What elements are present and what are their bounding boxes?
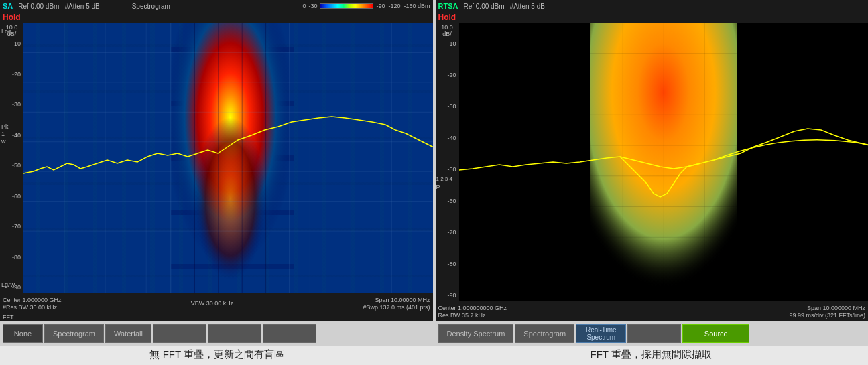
y-label-2: -20 [1, 71, 22, 78]
left-panel-footer: Center 1.000000 GHz #Res BW 30.00 kHz VB… [0, 293, 433, 313]
left-panel: SA Ref 0.00 dBm #Atten 5 dB Spectrogram … [0, 0, 433, 321]
right-hold-label: Hold [438, 13, 456, 22]
marker-w: w [1, 138, 9, 145]
btn-source[interactable]: Source [682, 324, 749, 343]
y-label-7: -70 [1, 223, 22, 230]
right-y-1: -10 [437, 40, 458, 47]
color-min: 0 [302, 3, 306, 9]
right-y-4: -40 [437, 135, 458, 141]
rtsa-heat-svg [590, 23, 737, 301]
color-bar [320, 3, 373, 9]
y-label-6: -60 [1, 193, 22, 200]
right-y-axis: 10.0 dB/ -10 -20 -30 -40 -50 -60 -70 -80… [436, 23, 459, 301]
y-label-5: -50 [1, 162, 22, 169]
right-y-5: -50 [437, 166, 458, 173]
right-atten: #Atten 5 dB [510, 3, 545, 10]
btn-spectrogram-left[interactable]: Spectrogram [44, 324, 104, 343]
btn-real-time-spectrum[interactable]: Real-Time Spectrum [576, 324, 626, 343]
left-chart-area [23, 23, 433, 293]
left-res-bw: #Res BW 30.00 kHz [3, 304, 62, 311]
marker-1: 1 [1, 131, 9, 137]
left-y-axis-labels: -10 -20 -30 -40 -50 -60 -70 -80 -90 [1, 39, 22, 292]
right-panel-footer: Center 1.000000000 GHz Res BW 35.7 kHz S… [436, 301, 869, 321]
right-ms-div: 99.99 ms/div (321 FFTs/line) [789, 312, 865, 319]
btn-spectrogram-right[interactable]: Spectrogram [515, 324, 574, 343]
color-scale-label: 0 -30 -90 -120 -150 dBm [297, 3, 430, 9]
right-buttons-row: Density Spectrum Spectrogram Real-Time S… [436, 321, 869, 346]
left-caption: 無 FFT 重疊，更新之間有盲區 [0, 348, 434, 361]
btn-density-spectrum[interactable]: Density Spectrum [438, 324, 514, 343]
spacer-2 [208, 324, 261, 343]
right-y-9: -90 [437, 292, 458, 299]
left-panel-header: SA Ref 0.00 dBm #Atten 5 dB Spectrogram … [0, 0, 433, 12]
buttons-section: None Spectrogram Waterfall Density Spect… [0, 321, 868, 346]
color-labels-right: -90 -120 -150 dBm [376, 3, 430, 9]
svg-rect-1 [171, 23, 290, 293]
y-label-8: -80 [1, 254, 22, 261]
right-y-6: -60 [437, 198, 458, 204]
left-panel-body: 10.0 dB/ -10 -20 -30 -40 -50 -60 -70 -80… [0, 23, 433, 293]
btn-none[interactable]: None [3, 324, 43, 343]
lgav-label: LgAv [1, 281, 15, 288]
left-hold-label: Hold [3, 13, 21, 22]
rtsa-hot-zone [590, 23, 737, 301]
right-y-2: -20 [437, 72, 458, 78]
spacer-3 [263, 324, 316, 343]
right-ref: Ref 0.00 dBm [463, 3, 504, 10]
left-side-labels: Pk 1 w [1, 123, 9, 145]
right-side-markers: 1 2 3 4 P [436, 176, 452, 190]
left-atten: #Atten 5 dB [64, 3, 99, 10]
left-panel-label: SA [3, 2, 13, 10]
spacer-4 [627, 324, 681, 343]
svg-rect-22 [590, 23, 737, 301]
spacer-1 [153, 324, 206, 343]
left-swp: #Swp 137.0 ms (401 pts) [363, 304, 430, 311]
right-panel-header: RTSA Ref 0.00 dBm #Atten 5 dB [436, 0, 869, 12]
heat-spot-container [171, 23, 290, 293]
right-footer-right: Span 10.000000 MHz 99.99 ms/div (321 FFT… [789, 305, 865, 319]
right-y-axis-labels: -10 -20 -30 -40 -50 -60 -70 -80 -90 [437, 39, 458, 300]
right-chart-area [459, 23, 869, 301]
scale-type: Log [1, 28, 11, 35]
right-scale-val: 10.0 dB/ [437, 24, 458, 38]
right-caption: FFT 重疊，採用無間隙擷取 [434, 348, 869, 361]
left-mode: Spectrogram [132, 3, 170, 10]
caption-row: 無 FFT 重疊，更新之間有盲區 FFT 重疊，採用無間隙擷取 [0, 346, 868, 365]
left-buttons-row: None Spectrogram Waterfall [0, 321, 433, 346]
right-y-7: -70 [437, 229, 458, 236]
left-footer-left: Center 1.000000 GHz #Res BW 30.00 kHz [3, 297, 62, 311]
btn-waterfall[interactable]: Waterfall [105, 324, 151, 343]
right-footer-left: Center 1.000000000 GHz Res BW 35.7 kHz [438, 305, 507, 319]
right-panel-label: RTSA [438, 2, 458, 10]
left-mode-label: FFT [0, 313, 433, 321]
right-panel-body: 10.0 dB/ -10 -20 -30 -40 -50 -60 -70 -80… [436, 23, 869, 301]
left-footer-right: Span 10.00000 MHz #Swp 137.0 ms (401 pts… [363, 297, 430, 311]
right-panel: RTSA Ref 0.00 dBm #Atten 5 dB Hold 10.0 … [436, 0, 869, 321]
left-center-freq: Center 1.000000 GHz [3, 297, 62, 303]
right-res-bw: Res BW 35.7 kHz [438, 312, 507, 319]
right-y-8: -80 [437, 261, 458, 267]
y-label-1: -10 [1, 40, 22, 47]
color-scale: 0 -30 -90 -120 -150 dBm [302, 3, 430, 9]
right-y-3: -30 [437, 103, 458, 110]
heat-svg [171, 23, 290, 293]
right-span: Span 10.000000 MHz [807, 305, 865, 311]
y-label-3: -30 [1, 101, 22, 108]
panels-row: SA Ref 0.00 dBm #Atten 5 dB Spectrogram … [0, 0, 868, 321]
left-hold-row: Hold [0, 12, 433, 23]
color-30: -30 [308, 3, 317, 9]
right-hold-row: Hold [436, 12, 869, 23]
left-vbw: VBW 30.00 kHz [191, 300, 234, 307]
pk-label: Pk [1, 123, 9, 130]
left-span: Span 10.00000 MHz [375, 297, 430, 303]
left-ref: Ref 0.00 dBm [18, 3, 59, 10]
left-y-axis: 10.0 dB/ -10 -20 -30 -40 -50 -60 -70 -80… [0, 23, 23, 293]
main-container: SA Ref 0.00 dBm #Atten 5 dB Spectrogram … [0, 0, 868, 365]
right-center-freq: Center 1.000000000 GHz [438, 305, 507, 311]
